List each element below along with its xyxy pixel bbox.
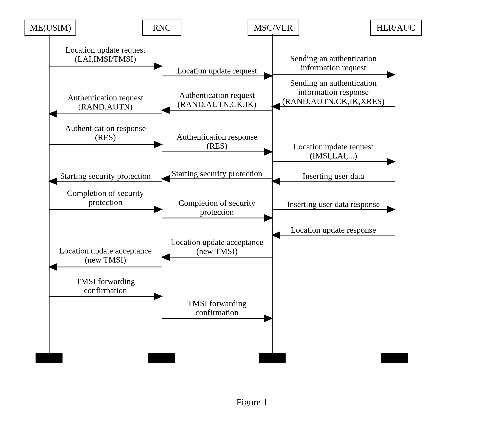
msg-location-update-accept-1: Location update acceptance(new TMSI): [51, 246, 159, 265]
msg-location-update-accept-2: Location update acceptance(new TMSI): [164, 238, 270, 256]
msg-location-update-request-3: Location update request(IMSI,LAI,...): [275, 142, 392, 160]
msg-auth-response-1: Authentication response(RES): [51, 124, 159, 142]
msg-location-update-response: Location update response: [275, 225, 392, 234]
msg-insert-user-data: Inserting user data: [275, 171, 392, 181]
msg-auth-request-2: Authentication request(RAND,AUTN,CK,IK): [164, 91, 270, 109]
msg-auth-request-1: Authentication request(RAND,AUTN): [51, 93, 159, 111]
msg-completion-security-1: Completion of securityprotection: [51, 189, 159, 207]
msg-start-security-2: Starting security protection: [164, 169, 270, 178]
sequence-diagram: ME(USIM) RNC MSC/VLR HLR/AUC: [25, 20, 479, 382]
msg-insert-user-data-response: Inserting user data response: [275, 200, 392, 209]
msg-send-auth-info-request: Sending an authenticationinformation req…: [275, 54, 392, 72]
msg-send-auth-info-response: Sending an authenticationinformation res…: [275, 78, 392, 106]
msg-location-update-request-2: Location update request: [164, 66, 270, 75]
msg-location-update-request-1: Location update request(LAI,IMSI/TMSI): [51, 45, 159, 64]
msg-start-security-1: Starting security protection: [51, 171, 159, 181]
msg-completion-security-2: Completion of securityprotection: [164, 198, 270, 217]
msg-auth-response-2: Authentication response(RES): [164, 132, 270, 151]
msg-tmsi-forward-1: TMSI forwardingconfirmation: [51, 277, 159, 295]
msg-tmsi-forward-2: TMSI forwardingconfirmation: [164, 299, 270, 317]
figure-caption: Figure 1: [25, 397, 479, 408]
